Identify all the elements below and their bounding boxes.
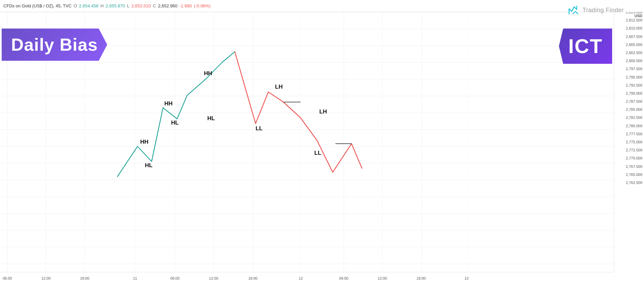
ict-label: ICT: [559, 29, 612, 64]
top-bar: CFDs on Gold (US$ / OZ), 45, TVC O 2,654…: [0, 0, 644, 12]
ict-badge: ICT: [559, 29, 612, 64]
time-label: 06:00: [3, 276, 12, 280]
logo-icon: [567, 4, 579, 16]
symbol-name: CFDs on Gold (US$ / OZ), 45, TVC: [3, 3, 71, 8]
time-label: 12: [299, 276, 303, 280]
price-level-label: 2,807.500: [626, 35, 642, 39]
price-level-label: 2,800.000: [626, 59, 642, 63]
price-level-label: 2,802.500: [626, 51, 642, 55]
label-lh-1: LH: [275, 84, 283, 90]
open-label: O: [73, 3, 77, 8]
daily-bias-badge: Daily Bias: [2, 29, 107, 61]
open-value: 2,654.458: [79, 3, 99, 8]
time-label: 12:00: [378, 276, 387, 280]
price-level-label: 2,782.500: [626, 115, 642, 120]
time-label: 12:00: [209, 276, 218, 280]
price-level-label: 2,767.500: [626, 164, 642, 169]
price-level-label: 2,795.000: [626, 75, 642, 79]
high-value: 2,655.870: [106, 3, 125, 8]
logo-area: Trading Finder: [567, 0, 624, 20]
time-label: 12:00: [41, 276, 51, 280]
price-level-label: 2,772.500: [626, 148, 642, 152]
time-label: 13: [465, 276, 469, 280]
close-value: 2,652.960: [158, 3, 177, 8]
price-level-label: 2,785.000: [626, 107, 642, 111]
time-label: 06:00: [170, 276, 180, 280]
price-level-label: 2,812.500: [626, 18, 642, 22]
close-label: C: [153, 3, 156, 8]
price-level-label: 2,775.000: [626, 140, 642, 144]
label-hh-2: HH: [164, 100, 173, 107]
label-hh-3: HH: [204, 70, 212, 77]
label-ll-1: LL: [256, 125, 263, 132]
label-hl-1: HL: [145, 162, 153, 169]
low-label: L: [127, 3, 129, 8]
label-hh-1: HH: [140, 139, 149, 145]
price-level-label: 2,797.500: [626, 67, 642, 71]
symbol-info: CFDs on Gold (US$ / OZ), 45, TVC O 2,654…: [3, 3, 211, 8]
price-level-label: 2,787.500: [626, 99, 642, 103]
time-label: 06:00: [339, 276, 348, 280]
change-pct: (-0.06%): [194, 3, 211, 8]
daily-bias-label: Daily Bias: [2, 29, 107, 61]
price-level-label: 2,790.000: [626, 91, 642, 95]
label-lh-2: LH: [319, 108, 327, 115]
red-downtrend-line: [235, 52, 362, 172]
price-level-label: 2,805.000: [626, 43, 642, 47]
price-level-label: 2,780.000: [626, 124, 642, 128]
change-value: -1.680: [179, 3, 192, 8]
high-label: H: [100, 3, 103, 8]
price-level-label: 2,770.000: [626, 156, 642, 160]
time-axis: 06:0012:0018:001106:0012:0018:001206:001…: [0, 272, 614, 282]
time-label: 18:00: [248, 276, 258, 280]
price-level-label: 2,765.000: [626, 173, 642, 177]
label-ll-2: LL: [314, 150, 321, 156]
low-value: 2,652.010: [131, 3, 151, 8]
time-label: 18:00: [417, 276, 426, 280]
label-hl-3: HL: [207, 115, 215, 122]
time-label: 18:00: [80, 276, 90, 280]
logo-text: Trading Finder: [583, 7, 624, 14]
price-level-label: 2,792.500: [626, 83, 642, 87]
label-hl-2: HL: [171, 120, 179, 126]
currency-label: USD: [635, 14, 642, 18]
price-axis: USD 2,815.0002,812.5002,810.0002,807.500…: [614, 12, 644, 272]
price-level-label: 2,777.500: [626, 132, 642, 136]
time-label: 11: [133, 276, 137, 280]
price-level-label: 2,762.500: [626, 181, 642, 185]
price-level-label: 2,810.000: [626, 26, 642, 30]
